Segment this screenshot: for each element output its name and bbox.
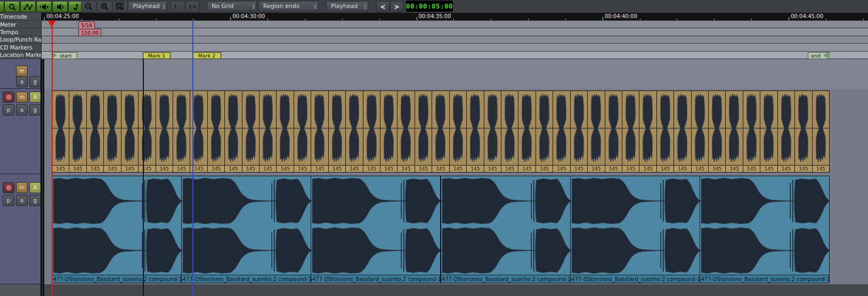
track-0-content[interactable] [44,59,868,89]
audio-region[interactable]: 145 [207,91,225,172]
audio-region[interactable]: 145 [397,91,415,172]
audio-region[interactable]: 145 [415,91,432,172]
audio-region[interactable]: 145 [345,91,363,172]
audio-region[interactable]: 145 [466,91,484,172]
audio-region[interactable]: 145 [363,91,380,172]
group-button[interactable]: g [29,195,41,206]
audio-region[interactable]: 145 [622,91,639,172]
audio-region[interactable]: 145 [812,91,830,172]
track-1-header[interactable]: mApag [0,89,40,174]
audio-region[interactable]: 145 [156,91,173,172]
track-0-header[interactable]: mag [0,59,40,89]
audio-region[interactable]: 145 [449,91,467,172]
audio-region[interactable]: 145 [121,91,139,172]
meter-marker[interactable]: 5/16 [78,21,95,29]
audio-region[interactable]: 145 [276,91,294,172]
record-arm-button[interactable] [3,92,14,103]
audio-region[interactable]: 145 [587,91,605,172]
audio-region[interactable]: 145 [294,91,311,172]
zoom-out-button[interactable] [81,1,96,12]
mute-button[interactable]: m [16,65,28,77]
audio-region[interactable]: 145 [656,91,674,172]
timecode-ruler[interactable]: 00:04:25:0000:04:30:0000:04:35:0000:04:4… [0,13,868,21]
audio-region[interactable]: 145 [743,91,760,172]
pan-button[interactable]: p [3,195,14,206]
zoom-in-button[interactable] [97,1,112,12]
audition-button[interactable]: A [29,92,41,103]
snap-to-dropdown[interactable]: Region ends ▴▾ [258,1,319,11]
automation-button[interactable]: a [16,76,28,87]
stretch-tool-button[interactable] [36,1,52,12]
audio-region[interactable]: 145 [173,91,190,172]
audio-region[interactable]: 145 [518,91,536,172]
location-marker-mark-2[interactable]: Mark 2 [192,52,221,59]
audio-region[interactable]: 6477-DStorsions_Basstard_suonho.2 compou… [441,176,571,283]
track-height-shrink-button[interactable]: ↕− [171,1,184,12]
track-1-content[interactable]: 1451451451451451451451451451451451451451… [44,89,868,174]
group-button[interactable]: g [29,104,41,116]
audio-region[interactable]: 145 [224,91,242,172]
track-height-expand-button[interactable]: ↕+ [185,1,199,12]
session-marker-end[interactable]: end [808,52,829,59]
audio-region[interactable]: 145 [794,91,812,172]
audio-region[interactable]: 145 [760,91,777,172]
audio-region[interactable]: 145 [103,91,121,172]
audition-button[interactable]: A [29,182,41,193]
meter-ruler[interactable]: 5/16 Meter [0,21,868,28]
audio-region[interactable]: 6477-DStorsions_Basstard_suonho.2 compou… [311,176,441,283]
audio-region[interactable]: 145 [777,91,795,172]
audio-region[interactable]: 145 [380,91,398,172]
audio-region[interactable]: 145 [570,91,588,172]
zoom-fit-button[interactable] [112,1,128,12]
track-2-content[interactable]: 6477-DStorsions_Basstard_suonho.2 compou… [44,174,868,284]
audio-region[interactable]: 145 [52,91,69,172]
session-marker-start[interactable]: start [52,52,77,59]
tempo-ruler[interactable]: 110.00 Tempo [0,28,868,36]
audio-region[interactable]: 145 [484,91,501,172]
snap-mode-dropdown[interactable]: No Grid ▴▾ [207,1,257,11]
nudge-forward-button[interactable]: > [390,1,403,12]
audio-region[interactable]: 6477-DStorsions_Basstard_suonho.2 compou… [570,176,700,283]
audio-region[interactable]: 145 [691,91,709,172]
audio-region[interactable]: 6477-DStorsions_Basstard_suonho.2 compou… [700,176,830,283]
audio-region[interactable]: 145 [328,91,346,172]
playhead-line[interactable] [52,21,53,296]
audio-region[interactable]: 145 [259,91,277,172]
tempo-marker[interactable]: 110.00 [78,29,101,36]
object-tool-button[interactable] [4,1,20,12]
audio-region[interactable]: 145 [138,91,156,172]
audio-region[interactable]: 145 [553,91,570,172]
audio-region[interactable]: 145 [69,91,86,172]
audio-region[interactable]: 145 [708,91,726,172]
track-2-header[interactable]: mApag [0,174,40,284]
playhead-marker[interactable] [48,21,55,27]
mute-button[interactable]: m [16,92,28,103]
draw-tool-button[interactable] [20,1,36,12]
automation-button[interactable]: a [16,104,28,116]
partial-tool-button[interactable] [0,1,4,12]
audio-region[interactable]: 145 [725,91,743,172]
audio-region[interactable]: 145 [86,91,104,172]
mute-button[interactable]: m [16,182,28,193]
edit-point-dropdown[interactable]: Playhead ▴▾ [326,1,369,11]
audio-region[interactable]: 145 [242,91,259,172]
audio-region[interactable]: 6477-DStorsions_Basstard_suonho.2 compou… [52,176,182,283]
group-button[interactable]: g [29,76,41,87]
record-arm-button[interactable] [3,182,14,193]
audio-region[interactable]: 145 [311,91,328,172]
audio-region[interactable]: 145 [674,91,691,172]
audio-region[interactable]: 145 [501,91,518,172]
cd-markers-ruler[interactable]: CD Markers [0,44,868,51]
empty-canvas[interactable] [44,284,868,296]
nudge-backward-button[interactable]: < [376,1,390,12]
location-markers-ruler[interactable]: startMark 1Mark 2end Location Markers [0,52,868,59]
audio-region[interactable]: 145 [536,91,553,172]
audio-region[interactable]: 145 [639,91,656,172]
loop-punch-ruler[interactable]: Loop/Punch Ranges [0,36,868,44]
location-marker-mark-1[interactable]: Mark 1 [143,52,171,59]
automation-button[interactable]: a [16,195,28,206]
pan-button[interactable]: p [3,104,14,116]
zoom-focus-dropdown[interactable]: Playhead ▴▾ [128,1,167,11]
audio-region[interactable]: 145 [605,91,622,172]
audition-tool-button[interactable] [52,1,68,12]
